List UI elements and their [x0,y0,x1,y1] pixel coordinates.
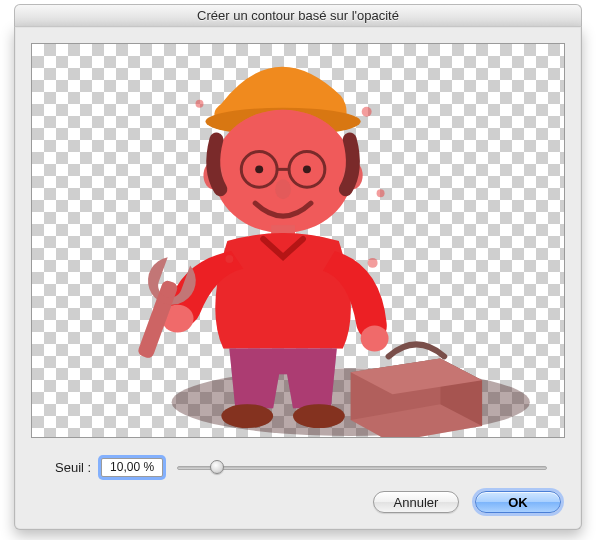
dialog-window: Créer un contour basé sur l'opacité [0,0,596,540]
svg-point-23 [377,189,385,197]
svg-point-22 [362,107,372,117]
threshold-slider[interactable] [173,457,551,477]
ok-button[interactable]: OK [475,491,561,513]
threshold-row: Seuil : [55,455,551,479]
svg-point-11 [275,179,291,199]
threshold-label: Seuil : [55,460,91,475]
svg-point-20 [293,404,345,428]
slider-thumb[interactable] [210,460,224,474]
dialog-sheet: Seuil : Annuler OK [14,26,582,530]
dialog-title: Créer un contour basé sur l'opacité [197,8,399,23]
dialog-buttons: Annuler OK [373,491,561,513]
svg-point-19 [221,404,273,428]
svg-point-16 [361,326,389,352]
cancel-button[interactable]: Annuler [373,491,459,513]
preview-canvas [31,43,565,438]
svg-point-10 [303,165,311,173]
svg-point-21 [196,100,204,108]
svg-point-25 [368,258,378,268]
svg-point-9 [255,165,263,173]
svg-point-24 [225,255,233,263]
slider-track [177,466,547,470]
preview-illustration [32,44,564,437]
dialog-titlebar: Créer un contour basé sur l'opacité [14,4,582,26]
threshold-field[interactable] [101,458,163,477]
